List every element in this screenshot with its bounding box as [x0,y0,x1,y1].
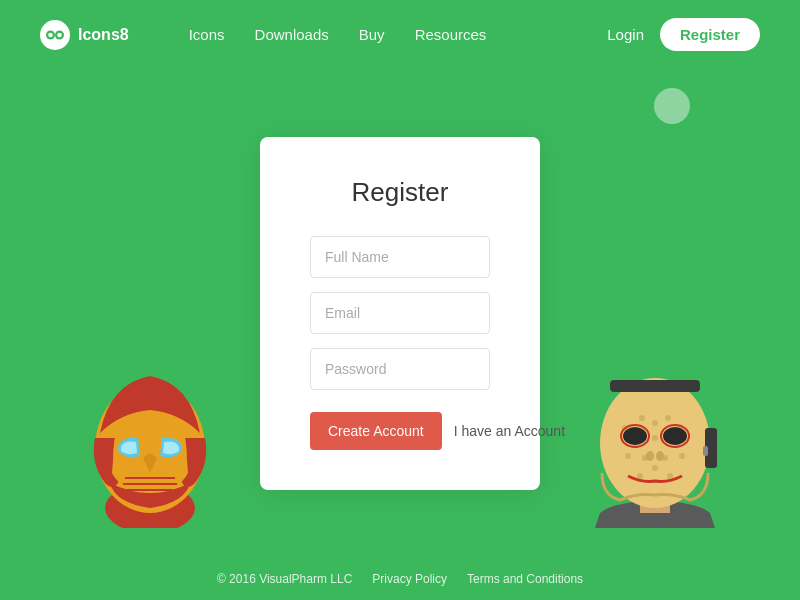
header: Icons8 Icons Downloads Buy Resources Log… [0,0,800,69]
main-content: Register Create Account I have an Accoun… [0,69,800,558]
svg-point-22 [667,473,673,479]
svg-point-13 [665,415,671,421]
auth-area: Login Register [607,18,760,51]
email-input[interactable] [310,292,490,334]
footer: © 2016 VisualPharm LLC Privacy Policy Te… [0,558,800,600]
fullname-group [310,236,490,278]
button-row: Create Account I have an Account [310,412,490,450]
register-button[interactable]: Register [660,18,760,51]
have-account-button[interactable]: I have an Account [454,423,565,439]
svg-point-20 [652,465,658,471]
svg-point-3 [57,32,62,37]
svg-point-11 [639,415,645,421]
svg-rect-31 [703,446,708,456]
nav-resources[interactable]: Resources [415,26,487,43]
terms-link[interactable]: Terms and Conditions [467,572,583,586]
svg-point-24 [663,427,687,445]
nav-icons[interactable]: Icons [189,26,225,43]
svg-point-27 [646,451,654,461]
password-group [310,348,490,390]
card-title: Register [310,177,490,208]
nav: Icons Downloads Buy Resources [189,26,487,43]
fullname-input[interactable] [310,236,490,278]
svg-point-21 [637,473,643,479]
ironman-character [80,328,220,528]
copyright-text: © 2016 VisualPharm LLC [217,572,352,586]
svg-point-2 [48,32,53,37]
logo-icon [40,20,70,50]
brand-name: Icons8 [78,26,129,44]
svg-point-7 [600,378,710,508]
page: Icons8 Icons Downloads Buy Resources Log… [0,0,800,600]
svg-point-28 [656,451,664,461]
password-input[interactable] [310,348,490,390]
svg-point-16 [679,453,685,459]
svg-rect-29 [610,380,700,392]
privacy-policy-link[interactable]: Privacy Policy [372,572,447,586]
nav-buy[interactable]: Buy [359,26,385,43]
login-button[interactable]: Login [607,26,644,43]
register-card: Register Create Account I have an Accoun… [260,137,540,490]
jason-character [580,328,730,528]
svg-point-12 [652,420,658,426]
svg-point-10 [625,453,631,459]
svg-point-23 [623,427,647,445]
nav-downloads[interactable]: Downloads [255,26,329,43]
email-group [310,292,490,334]
logo-area: Icons8 [40,20,129,50]
create-account-button[interactable]: Create Account [310,412,442,450]
svg-point-17 [652,435,658,441]
